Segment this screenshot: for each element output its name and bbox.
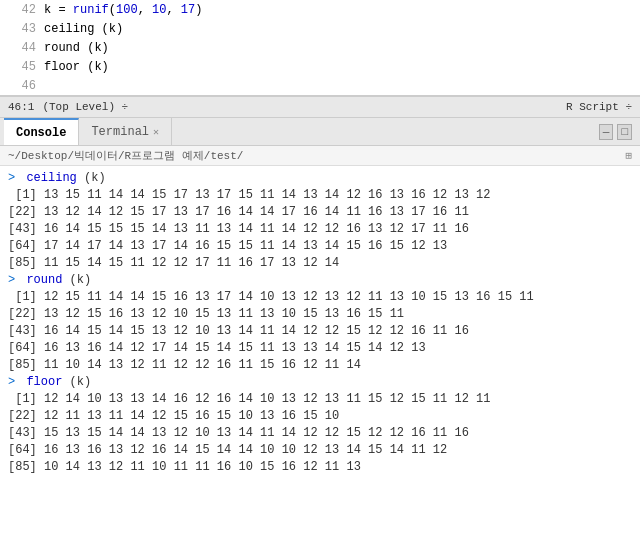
line-number-43: 43 bbox=[4, 22, 36, 36]
tab-bar: Console Terminal ✕ — □ bbox=[0, 118, 640, 146]
floor-output-3: [43] 15 13 15 14 14 13 12 10 13 14 11 14… bbox=[0, 425, 640, 442]
ceiling-output-1: [1] 13 15 11 14 14 15 17 13 17 15 11 14 … bbox=[0, 187, 640, 204]
floor-output-1: [1] 12 14 10 13 13 14 16 12 16 14 10 13 … bbox=[0, 391, 640, 408]
editor-line-43: 43 ceiling (k) bbox=[0, 19, 640, 38]
ceiling-output-5: [85] 11 15 14 15 11 12 12 17 11 16 17 13… bbox=[0, 255, 640, 272]
editor-line-42: 42 k = runif(100, 10, 17) bbox=[0, 0, 640, 19]
console-output[interactable]: > ceiling (k) [1] 13 15 11 14 14 15 17 1… bbox=[0, 166, 640, 551]
file-type: R Script ÷ bbox=[566, 101, 632, 113]
console-tab-label: Console bbox=[16, 126, 66, 140]
editor-line-46: 46 bbox=[0, 76, 640, 95]
path-bar: ~/Desktop/빅데이터/R프로그램 예제/test/ ⊞ bbox=[0, 146, 640, 166]
floor-output-4: [64] 16 13 16 13 12 16 14 15 14 14 10 10… bbox=[0, 442, 640, 459]
editor-line-45: 45 floor (k) bbox=[0, 57, 640, 76]
console-command-round: > round (k) bbox=[0, 272, 640, 289]
path-icon: ⊞ bbox=[625, 149, 632, 162]
console-command-ceiling: > ceiling (k) bbox=[0, 170, 640, 187]
ceiling-output-4: [64] 17 14 17 14 13 17 14 16 15 15 11 14… bbox=[0, 238, 640, 255]
scope-indicator: (Top Level) ÷ bbox=[42, 101, 128, 113]
tab-terminal[interactable]: Terminal ✕ bbox=[79, 118, 172, 145]
round-output-4: [64] 16 13 16 14 12 17 14 15 14 15 11 13… bbox=[0, 340, 640, 357]
minimize-button[interactable]: — bbox=[599, 124, 614, 140]
editor-line-44: 44 round (k) bbox=[0, 38, 640, 57]
ceiling-output-2: [22] 13 12 14 12 15 17 13 17 16 14 14 17… bbox=[0, 204, 640, 221]
round-output-3: [43] 16 14 15 14 15 13 12 10 13 14 11 14… bbox=[0, 323, 640, 340]
round-command: round (k) bbox=[19, 272, 91, 289]
line-number-45: 45 bbox=[4, 60, 36, 74]
status-bar: 46:1 (Top Level) ÷ R Script ÷ bbox=[0, 96, 640, 118]
line-code-42: k = runif(100, 10, 17) bbox=[44, 3, 202, 17]
floor-output-5: [85] 10 14 13 12 11 10 11 11 16 10 15 16… bbox=[0, 459, 640, 476]
floor-output-2: [22] 12 11 13 11 14 12 15 16 15 10 13 16… bbox=[0, 408, 640, 425]
terminal-close-icon[interactable]: ✕ bbox=[153, 126, 159, 138]
tab-actions: — □ bbox=[599, 124, 636, 140]
terminal-tab-label: Terminal bbox=[91, 125, 149, 139]
tab-console[interactable]: Console bbox=[4, 118, 79, 145]
cursor-position: 46:1 bbox=[8, 101, 34, 113]
tabs-left: Console Terminal ✕ bbox=[4, 118, 172, 145]
prompt-icon: > bbox=[8, 170, 15, 187]
round-output-2: [22] 13 12 15 16 13 12 10 15 13 11 13 10… bbox=[0, 306, 640, 323]
prompt-icon-round: > bbox=[8, 272, 15, 289]
prompt-icon-floor: > bbox=[8, 374, 15, 391]
console-panel: Console Terminal ✕ — □ ~/Desktop/빅데이터/R프… bbox=[0, 118, 640, 551]
working-directory: ~/Desktop/빅데이터/R프로그램 예제/test/ bbox=[8, 148, 243, 163]
status-left: 46:1 (Top Level) ÷ bbox=[8, 101, 128, 113]
ceiling-output-3: [43] 16 14 15 15 15 14 13 11 13 14 11 14… bbox=[0, 221, 640, 238]
line-code-44: round (k) bbox=[44, 41, 109, 55]
ceiling-command: ceiling (k) bbox=[19, 170, 105, 187]
line-number-44: 44 bbox=[4, 41, 36, 55]
editor-panel: 42 k = runif(100, 10, 17) 43 ceiling (k)… bbox=[0, 0, 640, 96]
line-code-45: floor (k) bbox=[44, 60, 109, 74]
line-number-46: 46 bbox=[4, 79, 36, 93]
round-output-1: [1] 12 15 11 14 14 15 16 13 17 14 10 13 … bbox=[0, 289, 640, 306]
status-right: R Script ÷ bbox=[566, 101, 632, 113]
round-output-5: [85] 11 10 14 13 12 11 12 12 16 11 15 16… bbox=[0, 357, 640, 374]
maximize-button[interactable]: □ bbox=[617, 124, 632, 140]
line-number-42: 42 bbox=[4, 3, 36, 17]
line-code-43: ceiling (k) bbox=[44, 22, 123, 36]
floor-command: floor (k) bbox=[19, 374, 91, 391]
console-command-floor: > floor (k) bbox=[0, 374, 640, 391]
editor-lines: 42 k = runif(100, 10, 17) 43 ceiling (k)… bbox=[0, 0, 640, 95]
